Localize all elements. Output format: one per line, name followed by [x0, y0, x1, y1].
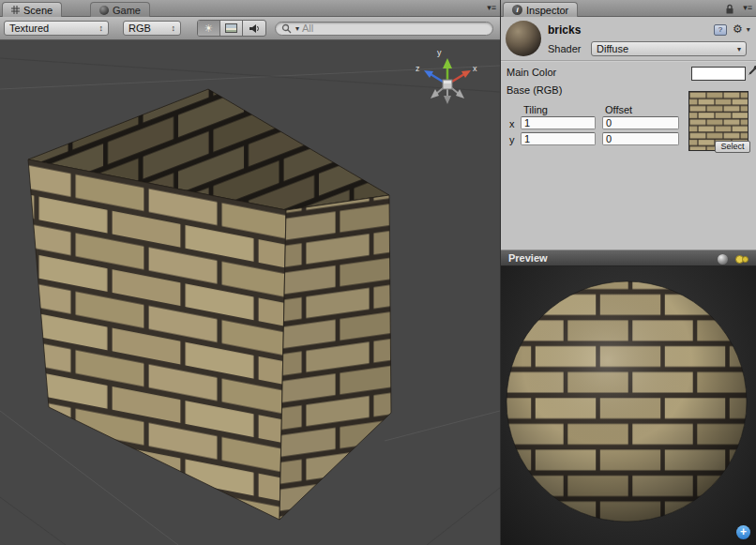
- tab-inspector-label: Inspector: [526, 5, 568, 16]
- game-icon: [99, 6, 109, 15]
- shader-dropdown[interactable]: Diffuse ▾: [591, 41, 747, 56]
- gizmo-z-label: z: [416, 64, 420, 73]
- material-name: bricks: [548, 23, 581, 37]
- offset-header: Offset: [605, 104, 632, 115]
- draw-mode-dropdown[interactable]: Textured ↕: [4, 21, 109, 36]
- updown-arrows-icon: ↕: [99, 23, 104, 33]
- scene-toggle-group: ☀: [197, 20, 266, 37]
- search-filter-label: All: [302, 23, 313, 34]
- row-x-label: x: [509, 118, 515, 129]
- tab-inspector[interactable]: i Inspector: [503, 2, 578, 17]
- material-preview-area[interactable]: +: [501, 266, 756, 545]
- row-y-label: y: [509, 134, 515, 145]
- scene-tab-menu-icon[interactable]: ▾≡: [487, 3, 496, 12]
- search-icon: [281, 23, 292, 34]
- tab-game-label: Game: [113, 5, 141, 16]
- scene-pane: Scene Game ▾≡ Textured ↕ RGB ↕ ☀: [0, 0, 500, 545]
- image-icon: [225, 23, 237, 33]
- unity-editor-window: Scene Game ▾≡ Textured ↕ RGB ↕ ☀: [0, 0, 756, 545]
- scene-orientation-gizmo[interactable]: y x z: [416, 48, 477, 104]
- material-preview-ball: [506, 21, 541, 56]
- scene-tabbar: Scene Game ▾≡: [0, 0, 500, 17]
- info-icon: i: [512, 5, 522, 15]
- preview-light-icon[interactable]: [735, 255, 748, 264]
- tiling-y-input[interactable]: [521, 132, 596, 145]
- tab-scene[interactable]: Scene: [2, 2, 62, 17]
- texture-select-button[interactable]: Select: [715, 141, 750, 153]
- shader-label: Shader: [548, 43, 581, 54]
- skybox-toggle-button[interactable]: [220, 21, 243, 36]
- main-color-swatch[interactable]: [691, 67, 746, 81]
- scene-grid-icon: [11, 6, 20, 14]
- chevron-down-icon: ▾: [737, 45, 741, 53]
- scene-search-field[interactable]: ▾ All: [275, 22, 493, 36]
- chevron-down-icon: ▾: [747, 25, 750, 34]
- tiling-header: Tiling: [523, 104, 548, 115]
- plus-icon[interactable]: +: [736, 525, 750, 539]
- help-icon[interactable]: ?: [714, 24, 727, 36]
- shader-value: Diffuse: [597, 43, 628, 54]
- scene-toolbar: Textured ↕ RGB ↕ ☀: [0, 17, 500, 40]
- scene-3d-view: y x z: [0, 40, 500, 545]
- color-mode-dropdown[interactable]: RGB ↕: [123, 21, 181, 36]
- eyedropper-icon[interactable]: [748, 65, 756, 76]
- inspector-panel: i Inspector ▾≡ bricks Shader Diffuse ▾ ?…: [500, 0, 756, 545]
- tab-game[interactable]: Game: [90, 2, 150, 17]
- lock-icon[interactable]: [724, 3, 735, 15]
- scene-viewport[interactable]: y x z: [0, 40, 500, 545]
- audio-toggle-button[interactable]: [243, 21, 265, 36]
- preview-header[interactable]: Preview: [501, 250, 756, 266]
- lighting-toggle-button[interactable]: ☀: [198, 21, 220, 36]
- offset-x-input[interactable]: [602, 116, 679, 129]
- brick-cube-object[interactable]: [28, 89, 391, 520]
- preview-title: Preview: [508, 252, 548, 264]
- gear-icon[interactable]: ⚙ ▾: [733, 23, 750, 36]
- preview-shape-icon[interactable]: [718, 254, 728, 265]
- color-mode-value: RGB: [129, 23, 151, 34]
- tab-scene-label: Scene: [23, 5, 53, 16]
- inspector-tab-menu-icon[interactable]: ▾≡: [743, 3, 752, 12]
- base-rgb-label: Base (RGB): [507, 84, 562, 96]
- preview-sphere: [501, 266, 756, 545]
- gizmo-y-label: y: [437, 48, 442, 57]
- section-divider: [501, 60, 756, 61]
- chevron-down-icon: ▾: [295, 24, 299, 33]
- draw-mode-value: Textured: [9, 23, 49, 34]
- updown-arrows-icon: ↕: [172, 23, 176, 33]
- main-color-label: Main Color: [507, 67, 556, 78]
- tiling-x-input[interactable]: [521, 116, 596, 129]
- gear-glyph: ⚙: [733, 23, 743, 36]
- axis-y-cone[interactable]: [443, 58, 452, 68]
- inspector-tabbar: i Inspector ▾≡: [501, 0, 756, 17]
- sun-icon: ☀: [204, 23, 214, 34]
- gizmo-x-label: x: [473, 64, 477, 73]
- offset-y-input[interactable]: [602, 132, 679, 145]
- speaker-icon: [249, 23, 261, 34]
